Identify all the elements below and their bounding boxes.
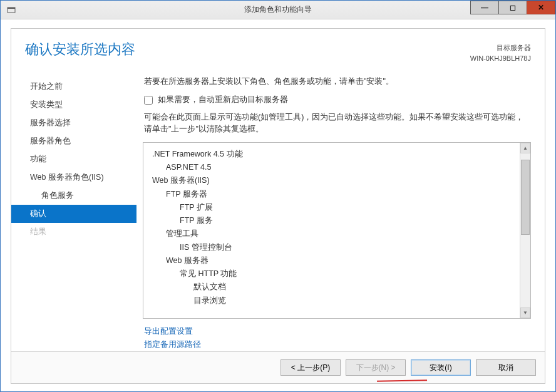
tree-item: .NET Framework 4.5 功能 <box>152 148 517 161</box>
window-controls: — ◻ ✕ <box>471 1 555 14</box>
outer-pad: 确认安装所选内容 目标服务器 WIN-0KHJ9BLH78J 开始之前 安装类型… <box>1 19 555 391</box>
target-label: 目标服务器 <box>470 43 531 53</box>
wizard-window: 添加角色和功能向导 — ◻ ✕ 确认安装所选内容 目标服务器 WIN-0KHJ9… <box>0 0 556 392</box>
tree-item: Web 服务器 <box>152 254 517 267</box>
step-before[interactable]: 开始之前 <box>11 78 136 96</box>
tree-item: 默认文档 <box>152 281 517 294</box>
tree-scrollbar[interactable]: ▲ ▼ <box>520 143 530 318</box>
tree-item: FTP 扩展 <box>152 201 517 214</box>
tree-item: 管理工具 <box>152 227 517 240</box>
step-sidebar: 开始之前 安装类型 服务器选择 服务器角色 功能 Web 服务器角色(IIS) … <box>11 74 136 351</box>
auto-restart-label: 如果需要，自动重新启动目标服务器 <box>158 95 288 105</box>
step-features[interactable]: 功能 <box>11 150 136 168</box>
alt-source-link[interactable]: 指定备用源路径 <box>144 338 530 351</box>
button-footer: < 上一步(P) 下一步(N) > 安装(I) 取消 <box>11 351 545 383</box>
step-server-roles[interactable]: 服务器角色 <box>11 132 136 150</box>
scroll-track[interactable] <box>520 153 530 307</box>
cancel-button[interactable]: 取消 <box>476 359 536 376</box>
minimize-button[interactable]: — <box>470 1 499 14</box>
auto-restart-row[interactable]: 如果需要，自动重新启动目标服务器 <box>143 95 531 111</box>
step-type[interactable]: 安装类型 <box>11 96 136 114</box>
scroll-thumb[interactable] <box>521 160 530 235</box>
install-button[interactable]: 安装(I) <box>411 359 471 376</box>
tree-item: 常见 HTTP 功能 <box>152 267 517 281</box>
target-value: WIN-0KHJ9BLH78J <box>470 53 531 64</box>
scroll-up-button[interactable]: ▲ <box>520 143 530 153</box>
export-config-link[interactable]: 导出配置设置 <box>144 325 530 338</box>
selections-tree: .NET Framework 4.5 功能ASP.NET 4.5Web 服务器(… <box>143 142 531 319</box>
intro-text: 若要在所选服务器上安装以下角色、角色服务或功能，请单击"安装"。 <box>143 74 531 95</box>
svg-rect-1 <box>8 8 15 9</box>
app-icon <box>6 4 17 16</box>
step-results: 结果 <box>11 223 136 241</box>
tree-item: IIS 管理控制台 <box>152 241 517 254</box>
next-button: 下一步(N) > <box>346 359 406 376</box>
tree-item: FTP 服务 <box>152 214 517 227</box>
page-title: 确认安装所选内容 <box>25 40 470 59</box>
step-server-select[interactable]: 服务器选择 <box>11 114 136 132</box>
wizard-panel: 确认安装所选内容 目标服务器 WIN-0KHJ9BLH78J 开始之前 安装类型… <box>11 28 545 384</box>
tree-item: FTP 服务器 <box>152 188 517 201</box>
target-server-block: 目标服务器 WIN-0KHJ9BLH78J <box>470 40 531 63</box>
wizard-header: 确认安装所选内容 目标服务器 WIN-0KHJ9BLH78J <box>11 29 545 68</box>
links-area: 导出配置设置 指定备用源路径 <box>143 319 531 352</box>
prev-button[interactable]: < 上一步(P) <box>281 359 341 376</box>
maximize-button[interactable]: ◻ <box>498 1 527 14</box>
scroll-down-button[interactable]: ▼ <box>520 307 530 318</box>
annotation-underline <box>377 377 427 381</box>
content-pane: 若要在所选服务器上安装以下角色、角色服务或功能，请单击"安装"。 如果需要，自动… <box>136 74 545 351</box>
tree-item: 目录浏览 <box>152 294 517 307</box>
titlebar: 添加角色和功能向导 — ◻ ✕ <box>1 1 555 19</box>
step-role-services[interactable]: 角色服务 <box>11 187 136 205</box>
step-web-server-role[interactable]: Web 服务器角色(IIS) <box>11 168 136 187</box>
close-button[interactable]: ✕ <box>527 1 555 14</box>
tree-item: Web 服务器(IIS) <box>152 174 517 187</box>
tree-content: .NET Framework 4.5 功能ASP.NET 4.5Web 服务器(… <box>143 143 520 318</box>
step-confirm[interactable]: 确认 <box>11 205 136 223</box>
auto-restart-checkbox[interactable] <box>144 96 153 105</box>
note-text: 可能会在此页面上显示可选功能(如管理工具)，因为已自动选择这些功能。如果不希望安… <box>143 111 531 142</box>
wizard-body: 开始之前 安装类型 服务器选择 服务器角色 功能 Web 服务器角色(IIS) … <box>11 68 545 351</box>
tree-item: ASP.NET 4.5 <box>152 161 517 174</box>
